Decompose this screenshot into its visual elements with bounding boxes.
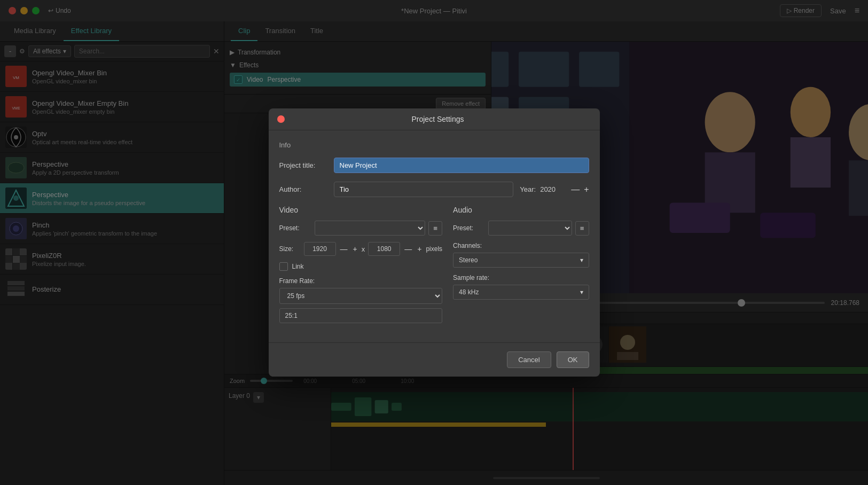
project-title-row: Project title: [279,158,589,173]
channels-label: Channels: [453,242,589,249]
modal-overlay: Project Settings Info Project title: Aut… [0,0,868,485]
link-checkbox[interactable] [279,262,288,271]
sample-rate-label: Sample rate: [453,274,589,281]
link-row: Link [279,262,443,271]
pixels-label: pixels [426,245,442,253]
project-settings-modal: Project Settings Info Project title: Aut… [269,108,600,377]
size-x-label: x [362,245,365,253]
modal-close-button[interactable] [277,115,285,123]
audio-section: Audio Preset: ≡ Channels: Stereo ▾ [453,206,589,323]
framerate-ratio-input[interactable] [279,308,443,323]
channels-section: Channels: Stereo ▾ [453,242,589,268]
video-preset-label: Preset: [279,224,311,232]
modal-footer: Cancel OK [269,342,600,377]
framerate-dropdown[interactable]: 25 fps [279,288,443,304]
modal-titlebar: Project Settings [269,108,600,130]
sample-rate-section: Sample rate: 48 kHz ▾ [453,274,589,300]
author-row: Author: Year: 2020 — + [279,182,589,197]
project-title-label: Project title: [279,161,327,169]
year-value: 2020 [540,185,567,193]
channels-arrow-icon: ▾ [580,256,583,264]
year-decrement-button[interactable]: — [571,185,580,194]
height-input[interactable] [368,242,400,256]
author-label: Author: [279,185,327,193]
ok-button[interactable]: OK [557,351,589,368]
height-decrement-button[interactable]: — [403,244,413,254]
audio-preset-dropdown[interactable] [488,221,572,236]
cancel-button[interactable]: Cancel [507,351,551,368]
width-increment-button[interactable]: + [352,244,358,254]
audio-preset-menu-button[interactable]: ≡ [575,221,589,236]
size-label: Size: [279,245,301,253]
author-input[interactable] [334,182,514,197]
video-preset-row: Preset: ≡ [279,221,443,236]
year-increment-button[interactable]: + [584,185,589,194]
modal-body: Info Project title: Author: Year: 2020 —… [269,130,600,342]
framerate-section: Frame Rate: 25 fps [279,277,443,323]
project-title-input[interactable] [334,158,589,173]
video-preset-dropdown[interactable] [315,221,426,236]
sample-rate-dropdown[interactable]: 48 kHz ▾ [453,285,589,300]
modal-title: Project Settings [285,115,591,123]
height-increment-button[interactable]: + [416,244,423,254]
video-section: Video Preset: ≡ Size: — + x [279,206,443,323]
channels-dropdown[interactable]: Stereo ▾ [453,253,589,268]
sample-rate-arrow-icon: ▾ [580,288,583,296]
video-section-title: Video [279,206,443,214]
audio-preset-label: Preset: [453,224,485,232]
width-input[interactable] [304,242,336,256]
year-row: Year: 2020 — + [520,185,589,194]
video-preset-menu-button[interactable]: ≡ [428,221,442,236]
link-label: Link [292,263,304,270]
info-section-title: Info [279,141,589,149]
framerate-label: Frame Rate: [279,277,443,285]
av-sections: Video Preset: ≡ Size: — + x [279,206,589,323]
size-row: Size: — + x — + pixels [279,242,443,256]
width-decrement-button[interactable]: — [339,244,349,254]
audio-section-title: Audio [453,206,589,214]
year-label: Year: [520,185,536,193]
audio-preset-row: Preset: ≡ [453,221,589,236]
